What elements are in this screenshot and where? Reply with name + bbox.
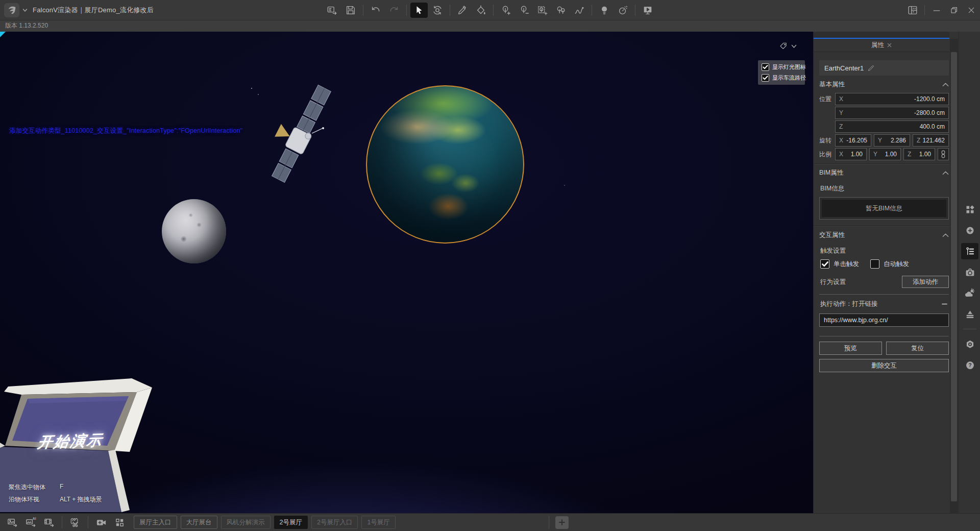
select-tool-button[interactable] <box>410 3 428 18</box>
hint-focus: 聚焦选中物体 F <box>9 483 102 492</box>
presentation-button[interactable] <box>639 3 656 18</box>
restore-button[interactable] <box>945 3 963 18</box>
interaction-buttons: 预览 复位 <box>819 342 949 355</box>
widgets-button[interactable] <box>961 201 978 218</box>
falcon-logo-icon <box>6 5 17 16</box>
chevron-down-icon <box>791 44 797 49</box>
add-camera-button[interactable] <box>93 515 109 529</box>
add-action-button[interactable]: 添加动作 <box>902 276 949 288</box>
light-button[interactable] <box>596 3 613 18</box>
terrain-button[interactable] <box>961 306 978 322</box>
tab-close-icon[interactable] <box>887 43 892 47</box>
capture-toolbar: AI <box>0 515 128 529</box>
hint-shortcut: ALT + 拖拽场景 <box>60 495 102 504</box>
reset-button[interactable]: 复位 <box>886 342 949 355</box>
spline-path-button[interactable] <box>571 3 588 18</box>
redo-button[interactable] <box>385 3 403 18</box>
paint-bucket-button[interactable] <box>472 3 489 18</box>
rotation-y-field[interactable]: Y 2.286 <box>874 134 910 147</box>
plus-icon <box>558 519 566 526</box>
checkbox-checked[interactable] <box>762 74 769 82</box>
position-x-row: 位置 X -1200.0 cm <box>819 93 949 105</box>
edit-pencil-icon[interactable] <box>868 64 875 71</box>
url-input[interactable] <box>819 313 949 327</box>
foliage-multi-button[interactable] <box>552 3 570 18</box>
section-bim-header[interactable]: BIM属性 <box>819 164 949 181</box>
foliage-remove-button[interactable] <box>516 3 533 18</box>
delete-interaction-button[interactable]: 删除交互 <box>819 359 949 372</box>
add-view-group <box>549 516 569 529</box>
layout-panels-button[interactable] <box>904 3 921 18</box>
checkbox-checked[interactable] <box>762 63 769 71</box>
remove-action-minus-icon[interactable] <box>941 301 948 307</box>
view-bookmarks: 展厅主入口 大厅展台 风机分解演示 2号展厅 2号展厅入口 1号展厅 <box>134 516 396 529</box>
preview-button[interactable]: 预览 <box>819 342 882 355</box>
auto-trigger-checkbox-unchecked[interactable] <box>870 259 879 269</box>
crop-screenshot-button[interactable] <box>67 515 83 529</box>
scene-viewport[interactable]: 添加交互动作类型_11010002_交互设置_"InteractionType"… <box>0 32 813 513</box>
chevron-up-icon[interactable] <box>942 233 949 237</box>
planet-button[interactable] <box>961 222 978 238</box>
shortcut-hints: 聚焦选中物体 F 沿物体环视 ALT + 拖拽场景 <box>9 483 102 504</box>
view-hall-2-entrance[interactable]: 2号展厅入口 <box>311 516 358 529</box>
chevron-up-icon[interactable] <box>942 82 949 87</box>
export-video-button[interactable] <box>41 515 57 529</box>
view-hall-2[interactable]: 2号展厅 <box>274 516 308 529</box>
scale-z-field[interactable]: Z 1.00 <box>903 148 935 160</box>
section-title: 基本属性 <box>819 80 845 89</box>
earth-object[interactable] <box>366 85 524 244</box>
undo-button[interactable] <box>367 3 384 18</box>
object-name-row[interactable]: EarthCenter1 <box>819 60 949 76</box>
auto-trigger-label: 自动触发 <box>884 260 909 269</box>
foliage-add-button[interactable] <box>497 3 514 18</box>
add-view-button[interactable] <box>555 516 569 529</box>
logo-dropdown-chevron-icon[interactable] <box>22 8 28 12</box>
settings-button[interactable] <box>961 336 978 352</box>
position-y-field[interactable]: Y -2800.0 cm <box>835 107 949 119</box>
moon-object[interactable] <box>162 199 226 263</box>
scale-link-button[interactable] <box>938 148 949 160</box>
tab-properties[interactable]: 属性 <box>814 39 949 52</box>
view-hall-1[interactable]: 1号展厅 <box>361 516 395 529</box>
outliner-button[interactable] <box>961 243 978 259</box>
timer-button[interactable] <box>614 3 631 18</box>
scale-y-field[interactable]: Y 1.00 <box>869 148 901 160</box>
rotation-x-field[interactable]: X -16.205 <box>835 134 871 147</box>
click-trigger-checkbox-checked[interactable] <box>820 259 829 269</box>
minimize-button[interactable] <box>928 3 945 18</box>
section-interaction-header[interactable]: 交互属性 <box>819 226 949 244</box>
position-x-field[interactable]: X -1200.0 cm <box>835 93 949 105</box>
foliage-box-add-button[interactable] <box>534 3 551 18</box>
batch-grid-button[interactable] <box>111 515 128 529</box>
help-button[interactable]: ? <box>961 357 978 373</box>
transform-rotate-button[interactable] <box>429 3 446 18</box>
chevron-up-icon[interactable] <box>942 171 949 175</box>
app-window: FalconV渲染器｜展厅Demo_流化修改后 <box>0 0 980 531</box>
close-button[interactable] <box>963 3 980 18</box>
option-show-traffic-paths[interactable]: 显示车流路径 <box>762 74 806 82</box>
scrollbar-thumb[interactable] <box>951 52 957 501</box>
view-lobby-stand[interactable]: 大厅展台 <box>181 516 217 529</box>
position-z-field[interactable]: Z 400.0 cm <box>835 120 949 133</box>
satellite-object[interactable] <box>263 82 339 189</box>
minimize-icon <box>932 5 942 15</box>
eyedropper-button[interactable] <box>454 3 471 18</box>
display-options-toggle[interactable] <box>779 42 797 51</box>
star <box>251 88 252 89</box>
camera-button[interactable] <box>961 264 978 280</box>
weather-button[interactable] <box>961 285 978 301</box>
scale-x-field[interactable]: X 1.00 <box>835 148 867 160</box>
option-show-light-icons[interactable]: 显示灯光图标 <box>762 63 806 71</box>
panel-scrollbar[interactable] <box>950 39 958 513</box>
rotation-z-field[interactable]: Z 121.462 <box>913 134 949 147</box>
add-camera-icon <box>95 517 107 528</box>
spline-path-icon <box>574 5 585 16</box>
view-hall-main-entrance[interactable]: 展厅主入口 <box>134 516 177 529</box>
export-image-button[interactable] <box>4 515 20 529</box>
export-exe-button[interactable] <box>324 3 341 18</box>
app-logo[interactable] <box>4 3 19 17</box>
save-button[interactable] <box>342 3 359 18</box>
view-turbine-demo[interactable]: 风机分解演示 <box>221 516 271 529</box>
section-basic-header[interactable]: 基本属性 <box>819 76 949 93</box>
export-image-ai-button[interactable]: AI <box>22 515 39 529</box>
